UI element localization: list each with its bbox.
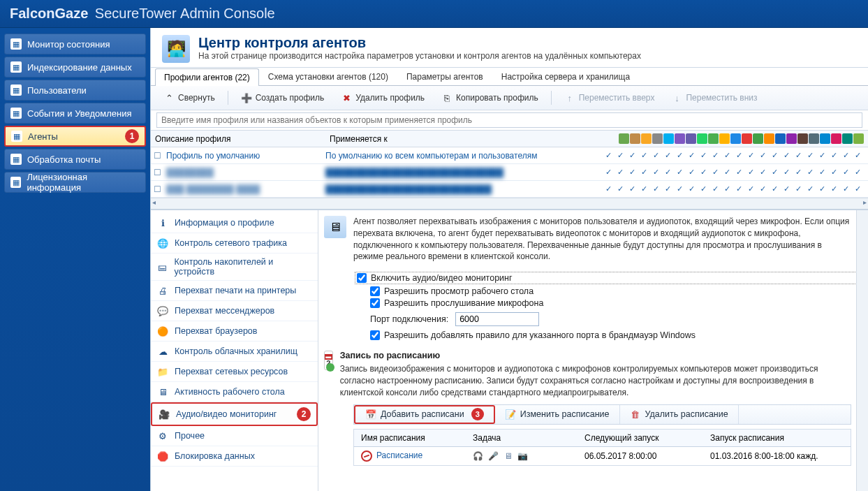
feature-icon	[797, 133, 808, 144]
category-item[interactable]: ℹИнформация о профиле	[151, 213, 318, 233]
feature-icon	[719, 133, 730, 144]
callout-badge-1: 1	[125, 129, 139, 143]
chevron-up-icon: ⌃	[163, 92, 175, 103]
col-applies-to[interactable]: Применяется к	[325, 131, 594, 147]
delete-profile-button[interactable]: ✖Удалить профиль	[334, 89, 432, 106]
sidebar-item-agents[interactable]: ▦Агенты1	[4, 126, 146, 147]
sidebar-item-data-indexing[interactable]: ▦Индексирование данных	[4, 57, 146, 78]
no-entry-icon	[361, 450, 372, 462]
sidebar-item-users[interactable]: ▦Пользователи	[4, 80, 146, 101]
st-col-name[interactable]: Имя расписания	[354, 430, 466, 446]
nav-icon: ▦	[11, 131, 22, 142]
nav-icon: ▦	[10, 38, 22, 50]
col-feature-icons	[594, 131, 868, 147]
page-subtitle: На этой странице производится настройка …	[198, 51, 641, 61]
title-bar: FalconGaze SecureTower Admin Console	[0, 0, 868, 28]
agents-header-icon: 🧑‍💻	[162, 35, 190, 63]
move-up-button[interactable]: ↑Переместить вверх	[557, 89, 662, 106]
st-col-next[interactable]: Следующий запуск	[578, 430, 703, 446]
add-schedule-button[interactable]: 📅 Добавить расписани 3	[354, 405, 495, 424]
av-description: Агент позволяет перехватывать изображени…	[353, 216, 851, 263]
page-header: 🧑‍💻 Центр контроля агентов На этой стран…	[151, 28, 868, 68]
feature-icon	[742, 133, 752, 144]
schedule-desc: Запись видеоизображения с мониторов и ау…	[340, 363, 851, 398]
sidebar-item-license-info[interactable]: ▦Лицензионная информация	[4, 172, 146, 193]
profiles-grid: Описание профиля Применяется к ☐Профиль …	[151, 131, 868, 209]
arrow-down-icon: ↓	[671, 92, 682, 103]
category-icon: 💬	[156, 305, 169, 317]
category-icon: 🖨	[156, 284, 169, 297]
calendar-delete-icon: 🗑	[630, 409, 641, 420]
profile-row[interactable]: ☐Профиль по умолчаниюПо умолчанию ко все…	[151, 147, 868, 164]
profile-search-input[interactable]	[156, 112, 862, 128]
feature-icon	[675, 133, 685, 144]
feature-icon	[730, 133, 741, 144]
st-col-run[interactable]: Запуск расписания	[703, 430, 851, 446]
collapse-button[interactable]: ⌃Свернуть	[156, 89, 222, 106]
feature-icon	[663, 133, 674, 144]
category-item[interactable]: 🌐Контроль сетевого трафика	[151, 233, 318, 254]
category-icon: 🖴	[156, 261, 169, 273]
copy-profile-button[interactable]: ⎘Копировать профиль	[434, 89, 545, 106]
category-item[interactable]: 🟠Перехват браузеров	[151, 321, 318, 342]
sidebar-item-mail-processing[interactable]: ▦Обработка почты	[4, 149, 146, 170]
category-icon: 🌐	[156, 237, 169, 249]
page-title: Центр контроля агентов	[198, 35, 641, 51]
row-checkbox-icon[interactable]: ☐	[151, 184, 163, 194]
callout-badge-2: 2	[297, 407, 311, 421]
schedule-row[interactable]: Расписание 🎧 🎤 🖥 📷 06.05.2017 8:00:00 01…	[353, 447, 851, 466]
calendar-add-icon: 📅	[365, 409, 376, 420]
schedule-title: Запись по расписанию	[340, 351, 851, 360]
port-input[interactable]	[455, 312, 539, 326]
calendar-edit-icon: 📝	[505, 409, 516, 420]
feature-icon	[619, 133, 629, 144]
row-checkbox-icon[interactable]: ☐	[151, 151, 163, 161]
tab[interactable]: Настройка сервера и хранилища	[492, 68, 639, 85]
delete-icon: ✖	[341, 92, 352, 103]
nav-icon: ▦	[10, 154, 22, 165]
tab[interactable]: Параметры агентов	[397, 68, 492, 85]
task-icons: 🎧 🎤 🖥 📷	[466, 448, 578, 464]
add-icon: ➕	[241, 92, 252, 103]
move-down-button[interactable]: ↓Переместить вниз	[664, 89, 764, 106]
row-checkbox-icon[interactable]: ☐	[151, 168, 163, 177]
enable-av-checkbox[interactable]: Включить аудио/видео мониторинг	[355, 272, 868, 284]
feature-icon	[809, 133, 819, 144]
sidebar: ▦Монитор состояния▦Индексирование данных…	[0, 28, 150, 491]
edit-schedule-button[interactable]: 📝 Изменить расписание	[495, 405, 620, 424]
category-item[interactable]: 💬Перехват мессенджеров	[151, 301, 318, 321]
sidebar-item-monitor-status[interactable]: ▦Монитор состояния	[4, 34, 146, 54]
schedule-toolbar: 📅 Добавить расписани 3 📝 Изменить распис…	[353, 404, 851, 425]
firewall-checkbox[interactable]: Разрешить добавлять правило для указанно…	[370, 330, 868, 340]
delete-schedule-button[interactable]: 🗑 Удалить расписание	[620, 405, 739, 424]
category-item[interactable]: 🎥Аудио/видео мониторинг2	[151, 402, 318, 426]
sidebar-item-events-notifications[interactable]: ▦События и Уведомления	[4, 103, 146, 124]
feature-icon	[764, 133, 774, 144]
category-item[interactable]: ☁Контроль облачных хранилищ	[151, 342, 318, 362]
category-item[interactable]: 🖨Перехват печати на принтеры	[151, 281, 318, 301]
st-col-task[interactable]: Задача	[466, 430, 578, 446]
category-item[interactable]: 🛑Блокировка данных	[151, 446, 318, 467]
details-panel: 🖥 Агент позволяет перехватывать изображе…	[318, 210, 868, 491]
category-icon: 🖥	[156, 386, 169, 398]
category-icon: ℹ	[156, 217, 169, 229]
category-icon: 🛑	[156, 450, 169, 462]
horizontal-scrollbar[interactable]	[151, 198, 868, 209]
create-profile-button[interactable]: ➕Создать профиль	[234, 89, 332, 106]
col-description[interactable]: Описание профиля	[151, 131, 325, 147]
allow-mic-checkbox[interactable]: Разрешить прослушивание микрофона	[370, 298, 868, 308]
schedule-table: Имя расписания Задача Следующий запуск З…	[353, 429, 851, 466]
category-item[interactable]: 🖥Активность рабочего стола	[151, 382, 318, 402]
tab[interactable]: Схема установки агентов (120)	[259, 68, 397, 85]
nav-icon: ▦	[10, 85, 22, 96]
copy-icon: ⎘	[441, 92, 453, 103]
category-item[interactable]: ⚙Прочее	[151, 426, 318, 446]
tab[interactable]: Профили агентов (22)	[155, 68, 259, 86]
vertical-scrollbar[interactable]	[856, 210, 868, 491]
allow-desktop-checkbox[interactable]: Разрешить просмотр рабочего стола	[370, 286, 868, 296]
profile-row[interactable]: ☐███ ████████ ██████████████████████████…	[151, 181, 868, 198]
profile-row[interactable]: ☐██████████████████████████████████████✓…	[151, 164, 868, 181]
nav-icon: ▦	[10, 177, 21, 188]
category-item[interactable]: 📁Перехват сетевых ресурсов	[151, 362, 318, 382]
category-item[interactable]: 🖴Контроль накопителей и устройств	[151, 254, 318, 281]
